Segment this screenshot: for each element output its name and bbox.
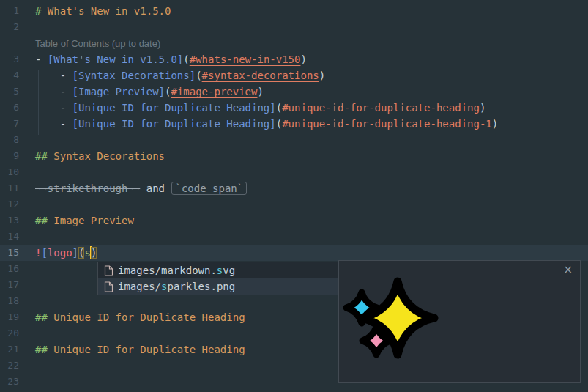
suggestion-item[interactable]: images/sparkles.png bbox=[98, 278, 338, 295]
code-token: #image-preview bbox=[171, 86, 257, 97]
code-token: - bbox=[35, 118, 72, 130]
code-line[interactable]: 9## Syntax Decorations bbox=[0, 148, 588, 164]
code-line[interactable]: 4 - [Syntax Decorations](#syntax-decorat… bbox=[0, 67, 588, 84]
code-line-content: ## Unique ID for Duplicate Heading bbox=[35, 341, 245, 358]
code-line[interactable]: 6 - [Unique ID for Duplicate Heading](#u… bbox=[0, 100, 588, 116]
code-line-content: - [Unique ID for Duplicate Heading](#uni… bbox=[35, 116, 498, 132]
line-number[interactable]: 17 bbox=[0, 277, 19, 293]
code-token: #unique-id-for-duplicate-heading bbox=[282, 102, 480, 114]
code-line-content: # What's New in v1.5.0 bbox=[35, 3, 171, 19]
code-line[interactable]: 15![logo](s) bbox=[0, 245, 588, 261]
code-line[interactable]: 14 bbox=[0, 229, 588, 245]
line-number[interactable]: 23 bbox=[0, 374, 19, 390]
line-number[interactable]: 21 bbox=[0, 341, 19, 358]
code-line-content: - [Syntax Decorations](#syntax-decoratio… bbox=[35, 67, 325, 84]
line-number[interactable]: 14 bbox=[0, 229, 19, 245]
image-preview-panel: × bbox=[338, 260, 581, 383]
line-number[interactable]: 13 bbox=[0, 212, 19, 229]
code-line-content: ## Syntax Decorations bbox=[35, 148, 165, 164]
code-line-content: - [What's New in v1.5.0](#whats-new-in-v… bbox=[35, 51, 307, 67]
line-number[interactable]: 15 bbox=[0, 245, 19, 261]
suggestion-label: images/sparkles.png bbox=[118, 278, 235, 295]
code-line[interactable]: 10 bbox=[0, 164, 588, 180]
code-line-content: ![logo](s) bbox=[35, 245, 97, 261]
code-token: ) bbox=[257, 86, 263, 97]
autocomplete-dropdown: images/markdown.svgimages/sparkles.png bbox=[97, 262, 338, 295]
line-number[interactable]: 10 bbox=[0, 164, 19, 180]
code-line[interactable]: 1# What's New in v1.5.0 bbox=[0, 3, 588, 19]
line-number[interactable]: 16 bbox=[0, 261, 19, 277]
line-number[interactable]: 5 bbox=[0, 84, 19, 100]
code-token: ) bbox=[492, 118, 498, 130]
code-token: ## bbox=[35, 311, 53, 323]
suggestion-label: images/markdown.svg bbox=[118, 262, 235, 278]
file-icon bbox=[104, 265, 113, 276]
code-token: ) bbox=[480, 102, 485, 114]
code-token: ( bbox=[183, 53, 189, 65]
code-line[interactable]: 5 - [Image Preview](#image-preview) bbox=[0, 84, 588, 100]
code-token: ) bbox=[319, 70, 325, 81]
line-number[interactable]: 12 bbox=[0, 196, 19, 212]
sparkles-image bbox=[343, 275, 446, 375]
line-number[interactable]: 1 bbox=[0, 3, 19, 19]
code-token: #syntax-decorations bbox=[202, 70, 319, 81]
code-token: ~~strikethrough~~ bbox=[35, 182, 140, 194]
code-token bbox=[140, 182, 146, 194]
code-token: - bbox=[35, 102, 72, 114]
toc-codelens-label: Table of Contents (up to date) bbox=[35, 35, 160, 51]
code-token: Unique ID for Duplicate Heading bbox=[53, 344, 245, 355]
code-token: Image Preview bbox=[53, 215, 134, 226]
code-line-content: - [Image Preview](#image-preview) bbox=[35, 84, 264, 100]
code-line-content: - [Unique ID for Duplicate Heading](#uni… bbox=[35, 100, 485, 116]
code-token: Unique ID for Duplicate Heading bbox=[53, 311, 245, 323]
code-line[interactable]: 12 bbox=[0, 196, 588, 212]
code-line-content: ~~strikethrough~~ and `code span` bbox=[35, 180, 247, 196]
line-number[interactable]: 3 bbox=[0, 51, 19, 67]
code-line-content: ## Unique ID for Duplicate Heading bbox=[35, 309, 245, 325]
line-number[interactable]: 7 bbox=[0, 116, 19, 132]
line-number[interactable]: 20 bbox=[0, 325, 19, 341]
line-number[interactable]: 19 bbox=[0, 309, 19, 325]
code-token: - bbox=[35, 53, 48, 65]
toc-status-text: Table of Contents (up to date) bbox=[35, 38, 160, 49]
code-token: #unique-id-for-duplicate-heading-1 bbox=[282, 118, 492, 130]
code-token: ## bbox=[35, 215, 53, 226]
line-number[interactable]: 11 bbox=[0, 180, 19, 196]
code-token: [Image Preview] bbox=[72, 86, 165, 97]
code-token: ## bbox=[35, 150, 53, 162]
toc-codelens-row[interactable]: Table of Contents (up to date) bbox=[0, 35, 588, 51]
line-number[interactable]: 6 bbox=[0, 100, 19, 116]
code-token: - bbox=[35, 70, 72, 81]
code-token: and bbox=[146, 182, 165, 194]
line-number[interactable]: 22 bbox=[0, 358, 19, 374]
code-line[interactable]: 7 - [Unique ID for Duplicate Heading](#u… bbox=[0, 116, 588, 132]
code-line[interactable]: 8 bbox=[0, 132, 588, 148]
code-token bbox=[165, 182, 171, 194]
code-token: [ bbox=[41, 247, 47, 259]
code-token: [What's New in v1.5.0] bbox=[48, 53, 183, 65]
code-line[interactable]: 2 bbox=[0, 19, 588, 35]
code-line[interactable]: 13## Image Preview bbox=[0, 212, 588, 229]
code-token: [Syntax Decorations] bbox=[72, 70, 196, 81]
line-number[interactable]: 9 bbox=[0, 148, 19, 164]
code-token: ] bbox=[72, 247, 78, 259]
code-line[interactable]: 3- [What's New in v1.5.0](#whats-new-in-… bbox=[0, 51, 588, 67]
code-token: `code span` bbox=[171, 182, 247, 195]
suggestion-item[interactable]: images/markdown.svg bbox=[98, 262, 338, 278]
code-token: ( bbox=[276, 118, 282, 130]
editor-window: 1# What's New in v1.5.02Table of Content… bbox=[0, 0, 588, 392]
line-number[interactable]: 8 bbox=[0, 132, 19, 148]
close-icon[interactable]: × bbox=[563, 262, 573, 277]
code-token: - bbox=[35, 86, 72, 97]
line-number[interactable]: 18 bbox=[0, 293, 19, 309]
line-number[interactable] bbox=[0, 35, 19, 51]
code-token: logo bbox=[48, 247, 72, 259]
code-token: # bbox=[35, 5, 48, 17]
line-number[interactable]: 2 bbox=[0, 19, 19, 35]
file-icon bbox=[104, 281, 113, 292]
code-token: Syntax Decorations bbox=[53, 150, 165, 162]
line-number[interactable]: 4 bbox=[0, 67, 19, 84]
code-token: ( bbox=[196, 70, 201, 81]
code-token: [Unique ID for Duplicate Heading] bbox=[72, 118, 276, 130]
code-line[interactable]: 11~~strikethrough~~ and `code span` bbox=[0, 180, 588, 196]
